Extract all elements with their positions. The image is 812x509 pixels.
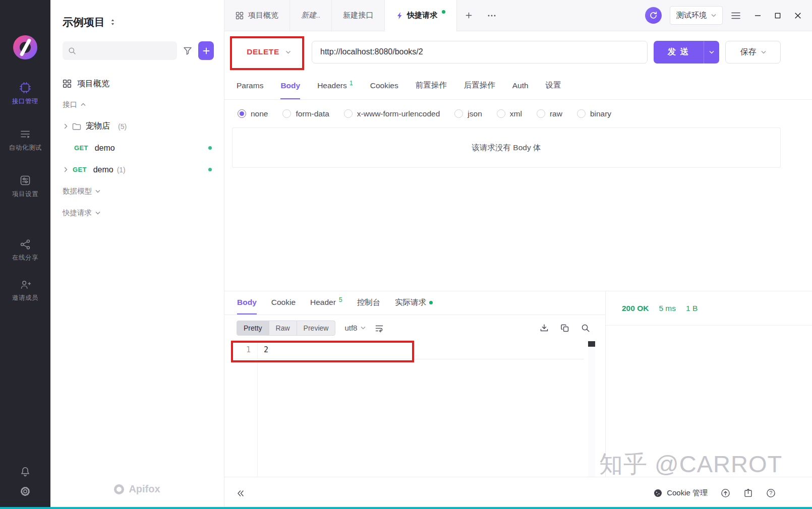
tab-post-actions[interactable]: 后置操作 xyxy=(464,73,495,99)
editor-scrollbar[interactable] xyxy=(588,341,595,477)
modified-dot xyxy=(208,146,212,150)
tab-cookies[interactable]: Cookies xyxy=(370,73,398,99)
response-tab-console[interactable]: 控制台 xyxy=(357,291,381,314)
upload-circle-icon[interactable] xyxy=(721,488,730,498)
gutter-divider xyxy=(257,341,258,477)
response-panel: Body Cookie Header 5 控制台 实际请求 Pretty xyxy=(224,291,812,477)
response-tab-header[interactable]: Header 5 xyxy=(310,291,342,314)
save-button[interactable]: 保存 xyxy=(725,41,781,63)
tab-pre-actions[interactable]: 前置操作 xyxy=(416,73,447,99)
view-mode-preview[interactable]: Preview xyxy=(297,321,335,335)
body-type-none[interactable]: none xyxy=(238,109,268,118)
cookie-manager-button[interactable]: Cookie 管理 xyxy=(654,488,708,498)
line-content: 2 xyxy=(257,345,268,354)
double-chevron-left-icon xyxy=(237,490,245,497)
scrollbar-thumb[interactable] xyxy=(588,341,595,347)
tab-params[interactable]: Params xyxy=(237,73,263,99)
tree-item-label: 宠物店 xyxy=(86,121,110,132)
rail-item-api-management[interactable]: 接口管理 xyxy=(12,82,38,106)
notification-bell-icon[interactable] xyxy=(20,466,31,477)
tab-label: Body xyxy=(237,298,257,307)
project-header: 示例项目 xyxy=(50,0,224,29)
filter-button[interactable] xyxy=(183,46,192,55)
sidebar-group-quick-request[interactable]: 快捷请求 xyxy=(50,202,224,224)
encoding-select[interactable]: utf8 xyxy=(344,324,366,332)
search-icon[interactable] xyxy=(581,324,590,333)
lightning-icon xyxy=(396,12,402,20)
body-type-xml[interactable]: xml xyxy=(497,109,522,118)
more-tabs-button[interactable] xyxy=(480,0,503,31)
tree-item-api-demo[interactable]: GET demo xyxy=(50,137,224,159)
tab-label: Auth xyxy=(512,81,529,90)
sidebar-group-data-models[interactable]: 数据模型 xyxy=(50,180,224,202)
apifox-logo[interactable] xyxy=(13,35,37,59)
close-icon[interactable] xyxy=(794,12,802,20)
search-input[interactable] xyxy=(63,41,177,60)
body-type-urlencoded[interactable]: x-www-form-urlencoded xyxy=(344,109,440,118)
chevron-down-icon xyxy=(95,211,100,215)
export-share-icon[interactable] xyxy=(743,488,753,498)
tree-item-folder-petstore[interactable]: 宠物店 (5) xyxy=(50,115,224,137)
maximize-icon[interactable] xyxy=(774,12,781,19)
plus-icon xyxy=(465,12,473,19)
body-empty-panel: 该请求没有 Body 体 xyxy=(232,128,781,168)
rail-item-project-settings[interactable]: 项目设置 xyxy=(12,174,38,199)
main-area: 项目概览 新建.. 新建接口 快捷请求 xyxy=(224,0,812,509)
rail-item-invite-member[interactable]: 邀请成员 xyxy=(12,279,38,302)
tab-project-overview[interactable]: 项目概览 xyxy=(224,0,290,31)
menu-button[interactable] xyxy=(731,12,741,20)
tab-settings[interactable]: 设置 xyxy=(546,73,561,99)
minimize-icon[interactable] xyxy=(754,12,762,19)
bottom-bar: Cookie 管理 ? xyxy=(224,477,812,509)
environment-selector[interactable]: 测试环境 xyxy=(670,6,723,25)
tab-body[interactable]: Body xyxy=(280,73,300,99)
tree-item-api-demo-1[interactable]: GET demo (1) xyxy=(50,159,224,180)
http-method-select[interactable]: DELETE xyxy=(232,47,306,56)
help-icon[interactable]: ? xyxy=(766,488,776,498)
nav-rail: 接口管理 自动化测试 项目设置 在线分享 邀请成员 xyxy=(0,0,50,509)
apifox-app-window: 接口管理 自动化测试 项目设置 在线分享 邀请成员 示例项目 xyxy=(0,0,812,509)
tab-auth[interactable]: Auth xyxy=(512,73,529,99)
request-url-input[interactable] xyxy=(312,41,648,63)
tab-new-unsaved[interactable]: 新建.. xyxy=(290,0,332,31)
collapse-panel-button[interactable] xyxy=(237,490,245,497)
grid-icon xyxy=(63,79,72,88)
sync-button[interactable] xyxy=(645,7,662,24)
radio-icon xyxy=(577,109,586,118)
window-controls xyxy=(754,12,802,20)
download-icon[interactable] xyxy=(540,324,549,333)
send-options-caret[interactable] xyxy=(704,41,719,63)
word-wrap-button[interactable] xyxy=(375,324,384,333)
tab-new-api[interactable]: 新建接口 xyxy=(332,0,385,31)
tab-quick-request[interactable]: 快捷请求 xyxy=(385,0,457,31)
sidebar-group-api[interactable]: 接口 xyxy=(50,94,224,115)
new-tab-button[interactable] xyxy=(457,0,480,31)
hamburger-icon xyxy=(731,12,741,20)
rail-item-online-share[interactable]: 在线分享 xyxy=(12,239,38,262)
tab-label: 实际请求 xyxy=(395,297,426,308)
send-button[interactable]: 发 送 xyxy=(654,41,719,63)
settings-gear-icon[interactable] xyxy=(20,486,31,497)
radio-icon xyxy=(454,109,463,118)
body-type-json[interactable]: json xyxy=(454,109,482,118)
rail-item-automation-test[interactable]: 自动化测试 xyxy=(9,128,42,152)
response-tab-actual-request[interactable]: 实际请求 xyxy=(395,291,433,314)
status-time: 5 ms xyxy=(659,304,676,313)
sidebar-item-project-overview[interactable]: 项目概览 xyxy=(50,74,224,94)
response-tab-body[interactable]: Body xyxy=(237,291,257,314)
encoding-value: utf8 xyxy=(344,324,357,332)
tab-headers[interactable]: Headers 1 xyxy=(317,73,353,99)
response-body-editor[interactable]: 1 2 xyxy=(232,341,605,477)
body-type-form-data[interactable]: form-data xyxy=(282,109,329,118)
response-tab-cookie[interactable]: Cookie xyxy=(271,291,296,314)
view-mode-raw[interactable]: Raw xyxy=(269,321,297,335)
search-input-field[interactable] xyxy=(80,47,171,55)
line-number: 1 xyxy=(232,345,257,354)
project-switcher-icon[interactable] xyxy=(110,18,115,26)
body-type-binary[interactable]: binary xyxy=(577,109,611,118)
copy-icon[interactable] xyxy=(560,324,569,333)
body-type-raw[interactable]: raw xyxy=(537,109,562,118)
add-button[interactable] xyxy=(198,41,214,60)
view-mode-pretty[interactable]: Pretty xyxy=(237,321,269,335)
invite-member-icon xyxy=(20,279,31,290)
